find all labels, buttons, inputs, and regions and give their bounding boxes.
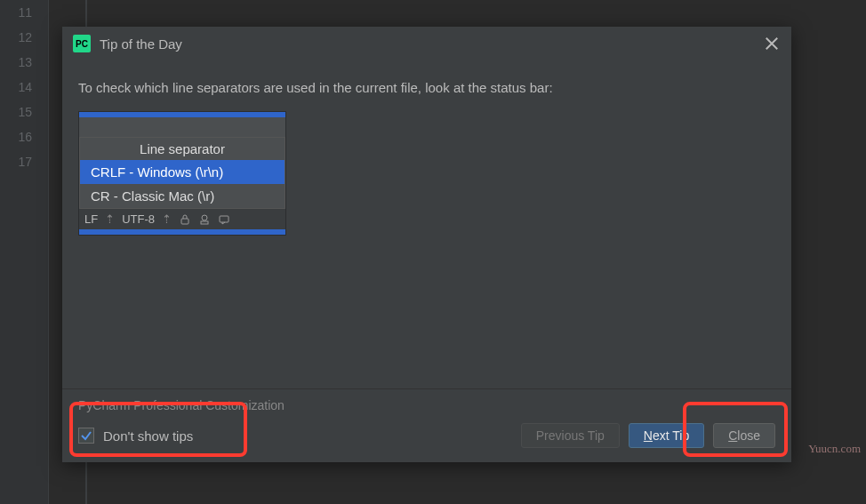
illustration-bottom-edge xyxy=(79,229,285,235)
tip-of-the-day-dialog: PC Tip of the Day To check which line se… xyxy=(62,27,791,462)
line-number: 13 xyxy=(0,50,48,75)
inspector-icon xyxy=(198,213,211,226)
line-number: 12 xyxy=(0,25,48,50)
footer-label: PyCharm Professional Customization xyxy=(62,389,791,418)
dont-show-tips-label: Don't show tips xyxy=(103,428,193,444)
mini-statusbar: LF ⇡ UTF-8 ⇡ xyxy=(79,209,285,229)
footer-row: Don't show tips Previous Tip Next Tip Cl… xyxy=(62,418,791,462)
svg-rect-3 xyxy=(220,216,229,222)
separator-icon: ⇡ xyxy=(162,212,172,226)
next-tip-button[interactable]: Next Tip xyxy=(629,423,704,448)
line-number: 14 xyxy=(0,75,48,100)
line-number: 11 xyxy=(0,0,48,25)
svg-point-1 xyxy=(202,215,207,220)
pycharm-icon: PC xyxy=(73,35,91,52)
lock-icon xyxy=(179,213,191,226)
dialog-title: Tip of the Day xyxy=(100,36,182,52)
dialog-content: To check which line separators are used … xyxy=(62,60,791,244)
status-encoding: UTF-8 xyxy=(122,212,155,226)
svg-rect-0 xyxy=(181,219,188,224)
watermark: Yuucn.com xyxy=(808,442,861,456)
close-icon[interactable] xyxy=(763,35,781,52)
chat-icon xyxy=(218,213,230,226)
tip-text: To check which line separators are used … xyxy=(78,80,775,95)
dialog-titlebar: PC Tip of the Day xyxy=(62,27,791,60)
close-button[interactable]: Close xyxy=(713,423,775,448)
tip-illustration: Line separator CRLF - Windows (\r\n) CR … xyxy=(78,111,286,236)
menu-item-selected: CRLF - Windows (\r\n) xyxy=(80,160,285,184)
status-lf: LF xyxy=(84,212,98,226)
line-separator-menu: Line separator CRLF - Windows (\r\n) CR … xyxy=(79,137,285,209)
dialog-footer: PyCharm Professional Customization Don't… xyxy=(62,388,791,462)
line-number: 17 xyxy=(0,149,48,174)
line-number: 15 xyxy=(0,100,48,124)
illustration-bg xyxy=(79,117,285,137)
line-number: 16 xyxy=(0,124,48,149)
dont-show-tips-checkbox[interactable] xyxy=(78,428,94,444)
menu-item: CR - Classic Mac (\r) xyxy=(80,184,285,208)
svg-rect-2 xyxy=(201,221,208,224)
line-number-gutter: 11 12 13 14 15 16 17 xyxy=(0,0,49,504)
separator-icon: ⇡ xyxy=(105,212,115,226)
menu-header: Line separator xyxy=(80,138,285,160)
previous-tip-button[interactable]: Previous Tip xyxy=(521,423,620,448)
